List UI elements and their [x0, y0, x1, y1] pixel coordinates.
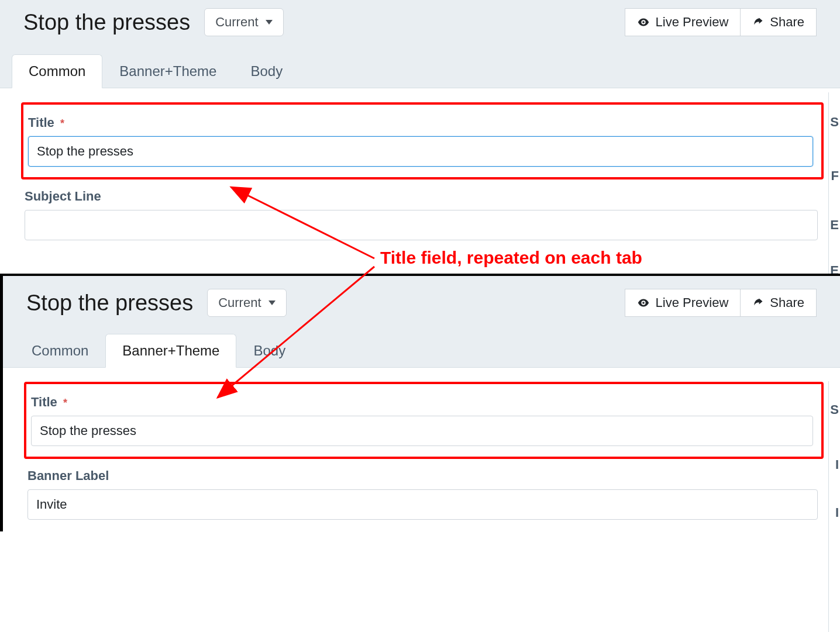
- title-label-text: Title: [31, 395, 57, 409]
- chevron-down-icon: [266, 20, 273, 25]
- version-dropdown[interactable]: Current: [207, 289, 286, 317]
- title-input[interactable]: [28, 136, 813, 167]
- share-button[interactable]: Share: [741, 289, 817, 317]
- form-body-common: Title * Subject Line: [0, 88, 840, 252]
- chevron-down-icon: [268, 301, 276, 305]
- subject-line-label: Subject Line: [25, 189, 818, 204]
- share-button[interactable]: Share: [741, 8, 817, 36]
- banner-label-input[interactable]: [27, 489, 818, 520]
- eye-icon: [637, 296, 650, 309]
- annotation-highlight-box: Title *: [21, 102, 824, 179]
- header-bar: Stop the presses Current Live Preview Sh…: [3, 276, 840, 317]
- share-icon: [752, 297, 764, 309]
- required-asterisk-icon: *: [60, 118, 64, 129]
- live-preview-label: Live Preview: [656, 15, 729, 30]
- tab-common[interactable]: Common: [12, 54, 102, 88]
- header-actions: Live Preview Share: [625, 289, 817, 317]
- title-label-text: Title: [28, 115, 54, 130]
- required-asterisk-icon: *: [63, 397, 67, 409]
- version-dropdown[interactable]: Current: [204, 8, 283, 36]
- subject-line-input[interactable]: [25, 210, 818, 240]
- sidebar-letter: I: [835, 505, 839, 520]
- share-label: Share: [770, 15, 804, 30]
- share-label: Share: [770, 295, 804, 310]
- live-preview-label: Live Preview: [656, 295, 729, 310]
- page-title: Stop the presses: [23, 10, 190, 35]
- sidebar-letter: E: [830, 217, 839, 233]
- version-dropdown-label: Current: [218, 295, 261, 310]
- tab-body[interactable]: Body: [233, 54, 299, 88]
- tab-body[interactable]: Body: [236, 334, 302, 368]
- title-field-label: Title *: [31, 395, 813, 410]
- sidebar-letter: F: [831, 168, 839, 184]
- banner-label-label: Banner Label: [27, 468, 818, 484]
- annotation-highlight-box: Title *: [24, 382, 824, 459]
- subject-line-field: Subject Line: [21, 185, 824, 240]
- share-icon: [752, 16, 764, 28]
- tab-banner-theme[interactable]: Banner+Theme: [105, 334, 236, 368]
- panel-common: Stop the presses Current Live Preview Sh…: [0, 0, 840, 252]
- sidebar-letter: S: [830, 115, 839, 130]
- banner-label-field: Banner Label: [24, 465, 824, 520]
- tabs-bar: Common Banner+Theme Body: [3, 317, 840, 368]
- eye-icon: [637, 16, 650, 29]
- sidebar-letter: S: [830, 402, 839, 417]
- header-actions: Live Preview Share: [625, 8, 817, 36]
- live-preview-button[interactable]: Live Preview: [625, 289, 741, 317]
- panel-banner-theme: Stop the presses Current Live Preview Sh…: [0, 274, 840, 531]
- version-dropdown-label: Current: [215, 15, 258, 30]
- form-body-banner-theme: Title * Banner Label: [3, 368, 840, 531]
- tabs-bar: Common Banner+Theme Body: [0, 36, 840, 88]
- page-title: Stop the presses: [26, 291, 193, 316]
- sidebar-letter: I: [835, 457, 839, 472]
- title-field-label: Title *: [28, 115, 813, 130]
- tab-banner-theme[interactable]: Banner+Theme: [102, 54, 233, 88]
- live-preview-button[interactable]: Live Preview: [625, 8, 741, 36]
- tab-common[interactable]: Common: [15, 334, 105, 368]
- title-input[interactable]: [31, 416, 813, 446]
- header-bar: Stop the presses Current Live Preview Sh…: [0, 0, 840, 36]
